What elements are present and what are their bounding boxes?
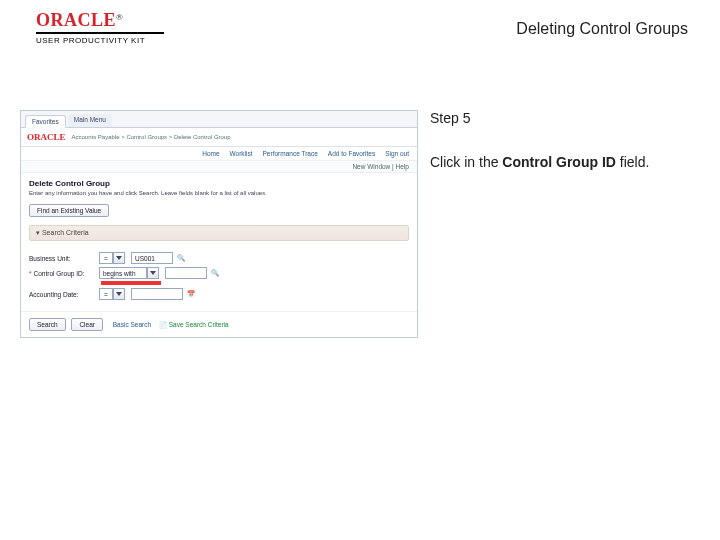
search-form: Business Unit: = US001 🔍 *Control Group … xyxy=(21,245,417,311)
brand-name: ORACLE xyxy=(36,10,116,30)
input-accounting-date[interactable] xyxy=(131,288,183,300)
app-page-heading: Delete Control Group xyxy=(21,173,417,190)
app-window: Favorites Main Menu ORACLE Accounts Paya… xyxy=(20,110,418,338)
breadcrumb: ORACLE Accounts Payable > Control Groups… xyxy=(21,128,417,147)
op-control-group[interactable]: begins with xyxy=(99,267,147,279)
label-accounting-date: Accounting Date: xyxy=(29,291,99,298)
chevron-down-icon xyxy=(116,292,122,296)
step-label: Step 5 xyxy=(430,110,690,126)
op-business-unit-dd[interactable] xyxy=(113,252,125,264)
tab-main-menu[interactable]: Main Menu xyxy=(68,114,112,127)
page-title: Deleting Control Groups xyxy=(516,20,688,38)
link-worklist[interactable]: Worklist xyxy=(230,150,253,157)
brand-bar: ORACLE® USER PRODUCTIVITY KIT Deleting C… xyxy=(0,0,720,60)
link-signout[interactable]: Sign out xyxy=(385,150,409,157)
brand-divider xyxy=(36,32,164,34)
instruction-pre: Click in the xyxy=(430,154,502,170)
search-button[interactable]: Search xyxy=(29,318,66,331)
chevron-down-icon xyxy=(150,271,156,275)
nav-tabs: Favorites Main Menu xyxy=(21,111,417,128)
utility-links: Home Worklist Performance Trace Add to F… xyxy=(21,147,417,161)
op-business-unit[interactable]: = xyxy=(99,252,113,264)
op-accounting-date-dd[interactable] xyxy=(113,288,125,300)
search-icon[interactable]: 🔍 xyxy=(211,269,219,277)
app-page-desc: Enter any information you have and click… xyxy=(21,190,417,200)
breadcrumb-path: Accounts Payable > Control Groups > Dele… xyxy=(72,134,231,140)
link-home[interactable]: Home xyxy=(202,150,219,157)
instruction-panel: Step 5 Click in the Control Group ID fie… xyxy=(430,110,690,170)
highlight-indicator xyxy=(101,281,161,285)
brand-logo: ORACLE® xyxy=(36,10,123,31)
clear-button[interactable]: Clear xyxy=(71,318,103,331)
link-perf-trace[interactable]: Performance Trace xyxy=(263,150,318,157)
search-criteria-band[interactable]: ▾ Search Criteria xyxy=(29,225,409,241)
instruction-emphasis: Control Group ID xyxy=(502,154,616,170)
window-meta: New Window | Help xyxy=(21,161,417,173)
oracle-mini-logo: ORACLE xyxy=(27,132,66,142)
tab-find-existing[interactable]: Find an Existing Value xyxy=(29,204,109,217)
screenshot-panel: Favorites Main Menu ORACLE Accounts Paya… xyxy=(20,110,418,338)
input-business-unit[interactable]: US001 xyxy=(131,252,173,264)
label-business-unit: Business Unit: xyxy=(29,255,99,262)
search-icon[interactable]: 🔍 xyxy=(177,254,185,262)
instruction-post: field. xyxy=(616,154,649,170)
step-instruction: Click in the Control Group ID field. xyxy=(430,154,690,170)
form-footer: Search Clear Basic Search 📄 Save Search … xyxy=(21,311,417,337)
chevron-down-icon xyxy=(116,256,122,260)
calendar-icon[interactable]: 📅 xyxy=(187,290,195,298)
link-basic-search[interactable]: Basic Search xyxy=(113,321,151,328)
op-accounting-date[interactable]: = xyxy=(99,288,113,300)
label-control-group-id: *Control Group ID: xyxy=(29,270,99,277)
link-add-fav[interactable]: Add to Favorites xyxy=(328,150,375,157)
input-control-group-id[interactable] xyxy=(165,267,207,279)
link-save-search[interactable]: 📄 Save Search Criteria xyxy=(159,321,229,328)
tab-favorites[interactable]: Favorites xyxy=(25,115,66,128)
trademark-icon: ® xyxy=(116,12,123,22)
op-control-group-dd[interactable] xyxy=(147,267,159,279)
brand-subline: USER PRODUCTIVITY KIT xyxy=(36,36,145,45)
